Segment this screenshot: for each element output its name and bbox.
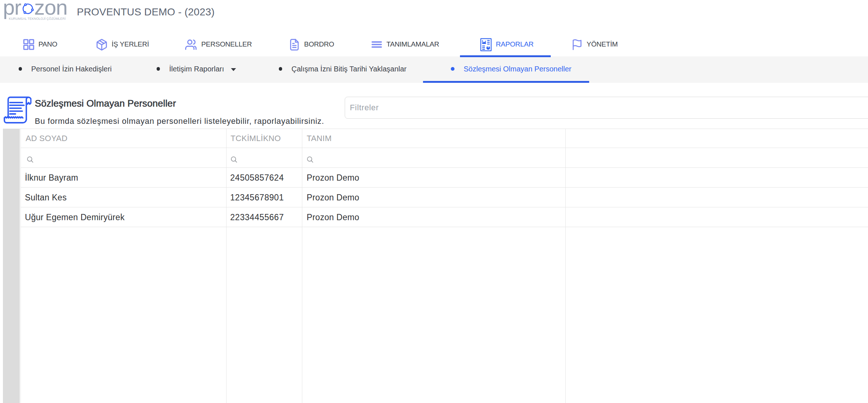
scroll-report-icon <box>4 96 31 125</box>
cell-tanim[interactable]: Prozon Demo <box>307 167 359 187</box>
nav-item-label: YÖNETİM <box>587 40 618 48</box>
page-subtitle: Bu formda sözleşmesi olmayan personeller… <box>35 117 324 126</box>
cell-ad-soyad[interactable]: İlknur Bayram <box>25 167 78 187</box>
nav-item-bordro[interactable]: BORDRO <box>288 34 334 55</box>
prozon-logo: przon KURUMSAL TEKNOLOJİ ÇÖZÜMLERİ <box>3 0 67 21</box>
nav-item-label: TANIMLAMALAR <box>386 40 439 48</box>
logo-tagline: KURUMSAL TEKNOLOJİ ÇÖZÜMLERİ <box>9 17 66 21</box>
grid-row-border <box>20 187 868 188</box>
column-header-tanim[interactable]: TANIM <box>307 129 332 148</box>
grid-left-strip <box>3 129 20 403</box>
grid-vline <box>226 129 227 403</box>
column-header-ad-soyad[interactable]: AD SOYAD <box>26 129 67 148</box>
menu-lines-icon <box>371 38 383 51</box>
subnav-bar: Personel İzin Hakedişleri İletişim Rapor… <box>0 56 868 83</box>
dashboard-grid-icon <box>23 38 35 51</box>
active-nav-underline <box>460 55 551 57</box>
search-icon[interactable] <box>231 156 237 163</box>
chevron-down-icon <box>231 68 236 71</box>
app-title: PROVENTUS DEMO - (2023) <box>77 6 214 18</box>
cell-tckimlikno[interactable]: 12345678901 <box>230 187 284 207</box>
cell-ad-soyad[interactable]: Sultan Kes <box>25 187 67 207</box>
subnav-item-iletisim-raporlari[interactable]: İletişim Raporları <box>130 56 262 83</box>
search-icon[interactable] <box>27 156 34 163</box>
logo-text-pre: pr <box>3 0 21 19</box>
bullet-icon <box>157 67 160 71</box>
cell-tckimlikno[interactable]: 22334455667 <box>230 207 284 227</box>
subnav-item-label: İletişim Raporları <box>169 65 224 73</box>
logo-text-post: zon <box>34 0 68 19</box>
grid-row-border <box>20 207 868 207</box>
nav-item-raporlar[interactable]: RAPORLAR <box>480 34 534 55</box>
cell-tanim[interactable]: Prozon Demo <box>307 207 359 227</box>
nav-item-is-yerleri[interactable]: İŞ YERLERİ <box>96 34 149 55</box>
document-icon <box>288 38 300 51</box>
cell-tanim[interactable]: Prozon Demo <box>307 187 359 207</box>
filters-input[interactable] <box>345 97 868 118</box>
nav-item-label: İŞ YERLERİ <box>112 40 149 48</box>
nav-item-label: PERSONELLER <box>201 40 252 48</box>
subnav-item-calisma-izni[interactable]: Çalışma İzni Bitiş Tarihi Yaklaşanlar <box>262 56 423 83</box>
nav-item-label: RAPORLAR <box>496 40 534 48</box>
filters-input-wrap <box>345 97 868 119</box>
nav-item-label: BORDRO <box>304 40 334 48</box>
report-page-icon <box>480 38 492 52</box>
cell-tckimlikno[interactable]: 24505857624 <box>230 167 284 187</box>
subnav-item-label: Çalışma İzni Bitiş Tarihi Yaklaşanlar <box>291 65 407 73</box>
cell-ad-soyad[interactable]: Uğur Egemen Demiryürek <box>25 207 124 227</box>
logo-orbit-icon <box>22 3 34 15</box>
subnav-item-sozlesmesi-olmayan[interactable]: Sözleşmesi Olmayan Personeller <box>423 56 589 83</box>
nav-item-personeller[interactable]: PERSONELLER <box>185 34 252 55</box>
flag-icon <box>571 39 583 51</box>
package-box-icon <box>96 38 108 51</box>
nav-item-yonetim[interactable]: YÖNETİM <box>571 34 618 55</box>
grid-row-border <box>20 148 868 148</box>
page-title: Sözleşmesi Olmayan Personeller <box>35 98 176 109</box>
nav-item-pano[interactable]: PANO <box>23 34 57 55</box>
grid-top-border <box>3 129 868 129</box>
grid-vline <box>302 129 302 403</box>
column-header-tckimlikno[interactable]: TCKİMLİKNO <box>231 129 281 148</box>
nav-item-tanimlamalar[interactable]: TANIMLAMALAR <box>371 34 439 55</box>
grid-vline <box>565 129 566 403</box>
grid-row-border <box>20 227 868 227</box>
users-icon <box>185 38 198 51</box>
grid-row-border <box>20 167 868 168</box>
search-icon[interactable] <box>307 156 314 163</box>
subnav-item-label: Personel İzin Hakedişleri <box>31 65 112 73</box>
bullet-icon <box>279 67 283 71</box>
bullet-icon <box>19 67 22 71</box>
grid-vline <box>20 129 21 403</box>
subnav-item-personel-izin[interactable]: Personel İzin Hakedişleri <box>0 56 130 83</box>
subnav-item-label: Sözleşmesi Olmayan Personeller <box>464 65 572 73</box>
nav-item-label: PANO <box>38 40 57 48</box>
bullet-icon <box>451 67 454 71</box>
